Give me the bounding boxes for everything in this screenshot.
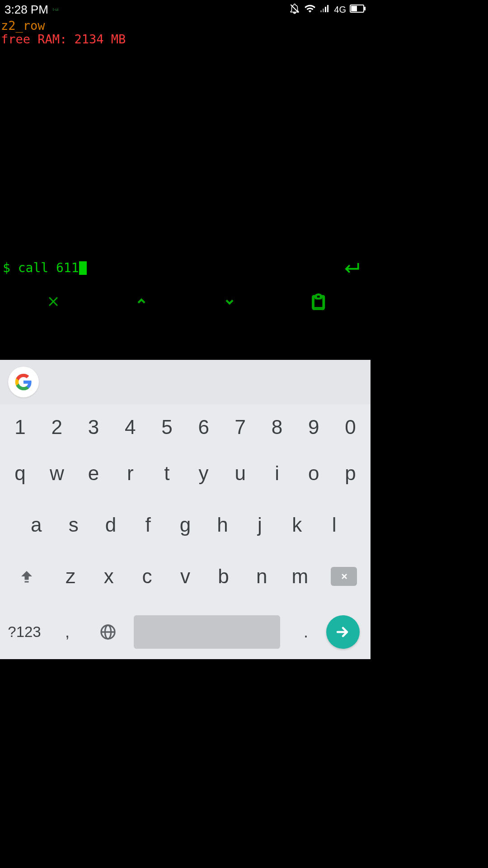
period-key[interactable]: .: [286, 623, 326, 642]
google-icon[interactable]: [8, 367, 39, 397]
keyboard-row-qwerty: q w e r t y u i o p: [2, 450, 369, 496]
key-y[interactable]: y: [185, 462, 222, 485]
battery-icon: [350, 5, 366, 14]
network-label: 4G: [334, 5, 346, 15]
terminal-output: z2_row free RAM: 2134 MB: [0, 19, 371, 46]
key-r[interactable]: r: [112, 462, 149, 485]
terminal-toolbar: [0, 286, 371, 317]
key-5[interactable]: 5: [149, 416, 185, 439]
key-6[interactable]: 6: [185, 416, 222, 439]
key-x[interactable]: x: [90, 565, 128, 588]
terminal-line-1: z2_row: [1, 19, 371, 33]
key-8[interactable]: 8: [258, 416, 295, 439]
key-n[interactable]: n: [243, 565, 281, 588]
svg-rect-2: [323, 9, 324, 12]
key-v[interactable]: v: [166, 565, 205, 588]
down-button[interactable]: [218, 290, 241, 313]
terminal-line-2: free RAM: 2134 MB: [1, 33, 371, 46]
key-k[interactable]: k: [278, 514, 315, 536]
key-c[interactable]: c: [128, 565, 166, 588]
command-text: call 611: [10, 260, 79, 275]
shift-key[interactable]: [2, 568, 52, 585]
key-4[interactable]: 4: [112, 416, 149, 439]
status-time: 3:28 PM: [5, 3, 48, 17]
svg-rect-1: [320, 10, 322, 12]
svg-rect-3: [325, 7, 326, 12]
status-app-label: t-ui: [53, 7, 59, 12]
key-g[interactable]: g: [167, 514, 204, 536]
backspace-key[interactable]: [319, 567, 369, 586]
svg-rect-4: [327, 5, 328, 12]
key-a[interactable]: a: [18, 514, 55, 536]
go-key[interactable]: [326, 615, 360, 649]
space-key[interactable]: [134, 615, 280, 649]
svg-rect-6: [364, 7, 366, 10]
key-2[interactable]: 2: [38, 416, 75, 439]
comma-key[interactable]: ,: [47, 623, 88, 642]
key-i[interactable]: i: [258, 462, 295, 485]
key-q[interactable]: q: [2, 462, 38, 485]
keyboard-row-zxcv: z x c v b n m: [2, 553, 369, 599]
enter-icon[interactable]: [342, 257, 361, 278]
key-f[interactable]: f: [129, 514, 166, 536]
clipboard-button[interactable]: [306, 290, 329, 313]
key-b[interactable]: b: [204, 565, 243, 588]
key-t[interactable]: t: [149, 462, 185, 485]
key-9[interactable]: 9: [296, 416, 332, 439]
status-icons: 4G: [289, 3, 366, 16]
keyboard-row-asdf: a s d f g h j k l: [2, 502, 369, 548]
symbols-key[interactable]: ?123: [2, 623, 47, 641]
keyboard-row-numbers: 1 2 3 4 5 6 7 8 9 0: [2, 404, 369, 450]
key-u[interactable]: u: [222, 462, 258, 485]
key-h[interactable]: h: [204, 514, 241, 536]
command-input-line[interactable]: $ call 611: [0, 260, 371, 275]
svg-rect-10: [24, 581, 28, 583]
signal-icon: [319, 3, 330, 16]
keyboard-row-bottom: ?123 , .: [2, 605, 369, 659]
key-7[interactable]: 7: [222, 416, 258, 439]
svg-rect-7: [351, 6, 357, 11]
key-p[interactable]: p: [332, 462, 369, 485]
key-s[interactable]: s: [55, 514, 92, 536]
up-button[interactable]: [130, 290, 153, 313]
keyboard-suggestion-bar: [0, 360, 371, 404]
key-e[interactable]: e: [75, 462, 112, 485]
status-bar: 3:28 PM t-ui 4G: [0, 0, 371, 19]
key-0[interactable]: 0: [332, 416, 369, 439]
key-l[interactable]: l: [316, 514, 353, 536]
svg-rect-9: [316, 295, 320, 298]
key-w[interactable]: w: [38, 462, 75, 485]
key-o[interactable]: o: [296, 462, 332, 485]
key-j[interactable]: j: [241, 514, 278, 536]
key-m[interactable]: m: [281, 565, 319, 588]
notifications-off-icon: [289, 3, 300, 16]
key-3[interactable]: 3: [75, 416, 112, 439]
wifi-icon: [304, 3, 316, 16]
key-d[interactable]: d: [92, 514, 129, 536]
keyboard: 1 2 3 4 5 6 7 8 9 0 q w e r t y u i o p …: [0, 360, 371, 659]
close-button[interactable]: [42, 290, 65, 313]
prompt-symbol: $: [3, 260, 10, 275]
text-cursor: [79, 261, 87, 275]
key-z[interactable]: z: [52, 565, 90, 588]
key-1[interactable]: 1: [2, 416, 38, 439]
language-key[interactable]: [88, 623, 128, 641]
